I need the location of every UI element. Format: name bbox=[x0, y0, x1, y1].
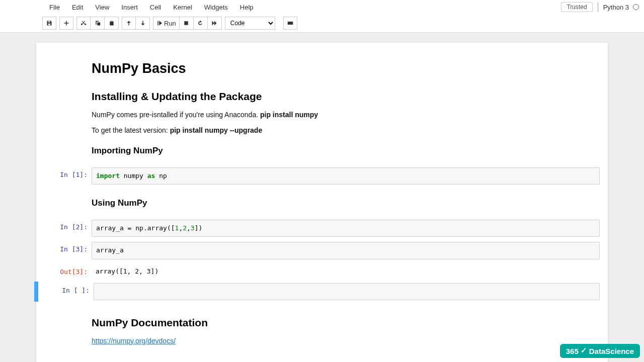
trusted-badge[interactable]: Trusted bbox=[561, 2, 592, 12]
in-prompt: In [2]: bbox=[36, 220, 92, 237]
menu-widgets[interactable]: Widgets bbox=[198, 1, 234, 14]
copy-button[interactable] bbox=[91, 17, 105, 30]
code-cell-selected[interactable]: In [ ]: bbox=[36, 282, 608, 302]
menu-view[interactable]: View bbox=[89, 1, 115, 14]
paragraph: NumPy comes pre-isntalled if you're usin… bbox=[92, 110, 605, 120]
arrow-down-icon bbox=[140, 20, 146, 26]
run-icon bbox=[156, 20, 163, 26]
doc-link[interactable]: https://numpy.org/devdocs/ bbox=[92, 337, 176, 345]
stop-button[interactable] bbox=[180, 17, 194, 30]
header: File Edit View Insert Cell Kernel Widget… bbox=[0, 0, 644, 33]
menu-edit[interactable]: Edit bbox=[66, 1, 89, 14]
out-prompt: Out[3]: bbox=[36, 264, 92, 278]
markdown-cell[interactable]: Using NumPy bbox=[36, 188, 608, 216]
heading-2: NumPy Documentation bbox=[92, 317, 605, 329]
code-input[interactable]: array_a = np.array([1,2,3]) bbox=[92, 220, 600, 237]
save-button[interactable] bbox=[42, 17, 56, 30]
move-up-button[interactable] bbox=[122, 17, 136, 30]
in-prompt: In [1]: bbox=[36, 167, 92, 185]
run-label: Run bbox=[164, 20, 176, 27]
code-input[interactable]: import numpy as np bbox=[92, 167, 600, 185]
output-cell: Out[3]: array([1, 2, 3]) bbox=[36, 263, 608, 280]
paragraph: To get the latest version: pip install n… bbox=[92, 125, 605, 136]
divider bbox=[598, 3, 598, 12]
stop-icon bbox=[183, 20, 189, 26]
code-cell[interactable]: In [1]: import numpy as np bbox=[36, 166, 608, 186]
move-down-button[interactable] bbox=[136, 17, 150, 30]
code-cell[interactable]: In [2]: array_a = np.array([1,2,3]) bbox=[36, 218, 608, 238]
toolbar: Run Code bbox=[0, 14, 644, 32]
menu-kernel[interactable]: Kernel bbox=[167, 1, 198, 14]
add-cell-button[interactable] bbox=[59, 17, 73, 30]
arrow-up-icon bbox=[126, 20, 132, 26]
code-input[interactable]: array_a bbox=[92, 242, 600, 259]
kernel-status-icon bbox=[633, 4, 639, 10]
cut-button[interactable] bbox=[76, 17, 91, 30]
restart-run-button[interactable] bbox=[208, 17, 222, 30]
code-output: array([1, 2, 3]) bbox=[92, 264, 600, 278]
menu-insert[interactable]: Insert bbox=[115, 1, 144, 14]
paste-button[interactable] bbox=[105, 17, 119, 30]
heading-1: NumPy Basics bbox=[92, 61, 605, 76]
keyboard-icon bbox=[287, 20, 293, 26]
markdown-cell[interactable]: NumPy Documentation https://numpy.org/de… bbox=[36, 304, 608, 354]
menu-file[interactable]: File bbox=[43, 1, 66, 14]
menu-help[interactable]: Help bbox=[234, 1, 260, 14]
copy-icon bbox=[95, 20, 101, 26]
command-palette-button[interactable] bbox=[283, 17, 297, 30]
in-prompt: In [3]: bbox=[36, 242, 92, 259]
scissors-icon bbox=[80, 20, 87, 26]
menu-cell[interactable]: Cell bbox=[144, 1, 167, 14]
in-prompt: In [ ]: bbox=[38, 283, 94, 300]
plus-icon bbox=[63, 20, 69, 26]
restart-icon bbox=[197, 20, 203, 26]
run-button[interactable]: Run bbox=[153, 17, 180, 30]
code-cell[interactable]: In [3]: array_a bbox=[36, 240, 608, 260]
code-input[interactable] bbox=[94, 283, 600, 300]
fast-forward-icon bbox=[211, 20, 217, 26]
menubar: File Edit View Insert Cell Kernel Widget… bbox=[0, 0, 644, 14]
restart-button[interactable] bbox=[194, 17, 208, 30]
kernel-name[interactable]: Python 3 bbox=[603, 4, 629, 11]
save-icon bbox=[46, 20, 52, 26]
cell-type-select[interactable]: Code bbox=[225, 17, 275, 30]
markdown-cell[interactable]: NumPy Basics Installing & Updating the P… bbox=[36, 52, 608, 164]
notebook: NumPy Basics Installing & Updating the P… bbox=[36, 43, 608, 362]
heading-3: Importing NumPy bbox=[92, 146, 605, 156]
heading-2: Installing & Updating the Package bbox=[92, 90, 605, 103]
watermark-logo: 365✓DataScience bbox=[560, 344, 640, 358]
heading-3: Using NumPy bbox=[92, 198, 605, 208]
notebook-container: NumPy Basics Installing & Updating the P… bbox=[0, 33, 644, 362]
paste-icon bbox=[109, 20, 115, 26]
